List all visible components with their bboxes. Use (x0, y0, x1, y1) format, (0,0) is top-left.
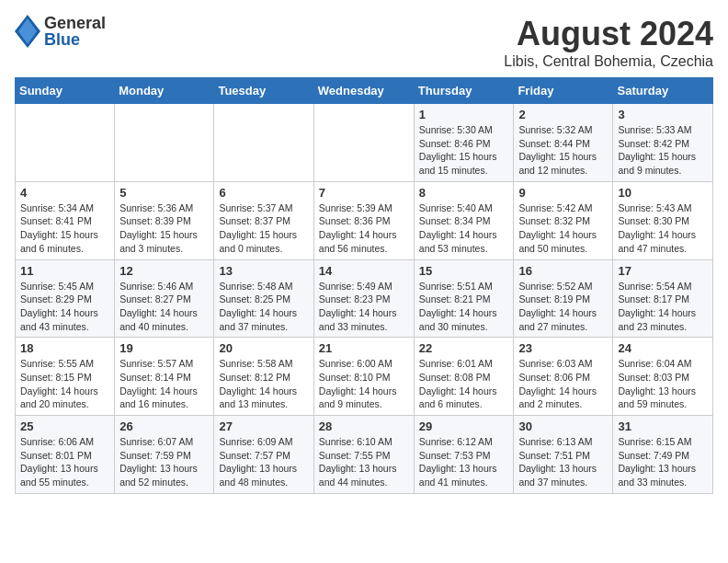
calendar-cell: 5Sunrise: 5:36 AM Sunset: 8:39 PM Daylig… (115, 181, 214, 259)
day-number: 10 (618, 186, 708, 200)
day-info: Sunrise: 5:52 AM Sunset: 8:19 PM Dayligh… (518, 280, 608, 334)
title-section: August 2024 Libis, Central Bohemia, Czec… (504, 15, 713, 70)
day-info: Sunrise: 5:40 AM Sunset: 8:34 PM Dayligh… (419, 201, 509, 256)
calendar-cell: 10Sunrise: 5:43 AM Sunset: 8:30 PM Dayli… (613, 181, 713, 259)
calendar-cell: 2Sunrise: 5:32 AM Sunset: 8:44 PM Daylig… (514, 104, 613, 182)
calendar-cell: 8Sunrise: 5:40 AM Sunset: 8:34 PM Daylig… (414, 181, 514, 259)
calendar-cell (313, 104, 414, 182)
calendar-cell: 14Sunrise: 5:49 AM Sunset: 8:23 PM Dayli… (313, 259, 414, 338)
day-number: 31 (618, 419, 708, 433)
calendar-cell: 3Sunrise: 5:33 AM Sunset: 8:42 PM Daylig… (613, 104, 713, 182)
calendar-cell: 20Sunrise: 5:58 AM Sunset: 8:12 PM Dayli… (214, 338, 313, 416)
day-number: 29 (419, 419, 509, 433)
day-number: 20 (219, 341, 308, 355)
calendar-cell: 24Sunrise: 6:04 AM Sunset: 8:03 PM Dayli… (613, 338, 713, 416)
calendar-week-1: 1Sunrise: 5:30 AM Sunset: 8:46 PM Daylig… (16, 104, 713, 182)
month-year: August 2024 (504, 15, 713, 53)
day-number: 8 (419, 186, 509, 200)
weekday-row: SundayMondayTuesdayWednesdayThursdayFrid… (16, 78, 713, 104)
calendar-cell: 25Sunrise: 6:06 AM Sunset: 8:01 PM Dayli… (16, 416, 115, 494)
day-info: Sunrise: 5:51 AM Sunset: 8:21 PM Dayligh… (419, 280, 509, 334)
logo: General Blue (15, 15, 106, 48)
day-info: Sunrise: 6:00 AM Sunset: 8:10 PM Dayligh… (319, 357, 409, 411)
day-number: 23 (518, 341, 608, 355)
calendar-cell: 6Sunrise: 5:37 AM Sunset: 8:37 PM Daylig… (214, 181, 313, 259)
day-number: 4 (20, 186, 109, 200)
logo-text: General Blue (44, 15, 106, 48)
calendar-cell: 9Sunrise: 5:42 AM Sunset: 8:32 PM Daylig… (514, 181, 613, 259)
calendar-cell (16, 104, 115, 182)
calendar-week-4: 18Sunrise: 5:55 AM Sunset: 8:15 PM Dayli… (16, 338, 713, 416)
calendar-cell: 22Sunrise: 6:01 AM Sunset: 8:08 PM Dayli… (414, 338, 514, 416)
day-info: Sunrise: 5:32 AM Sunset: 8:44 PM Dayligh… (518, 123, 608, 178)
calendar-week-3: 11Sunrise: 5:45 AM Sunset: 8:29 PM Dayli… (16, 259, 713, 338)
calendar-cell: 23Sunrise: 6:03 AM Sunset: 8:06 PM Dayli… (514, 338, 613, 416)
day-info: Sunrise: 5:46 AM Sunset: 8:27 PM Dayligh… (119, 280, 209, 334)
weekday-header-saturday: Saturday (613, 78, 713, 104)
day-number: 9 (518, 186, 608, 200)
day-number: 14 (319, 264, 409, 278)
calendar-cell: 27Sunrise: 6:09 AM Sunset: 7:57 PM Dayli… (214, 416, 313, 494)
generalblue-logo-icon (15, 15, 40, 48)
calendar-cell: 11Sunrise: 5:45 AM Sunset: 8:29 PM Dayli… (16, 259, 115, 338)
day-info: Sunrise: 5:55 AM Sunset: 8:15 PM Dayligh… (20, 357, 109, 411)
day-info: Sunrise: 5:36 AM Sunset: 8:39 PM Dayligh… (119, 201, 209, 256)
day-info: Sunrise: 6:03 AM Sunset: 8:06 PM Dayligh… (518, 357, 608, 411)
logo-general: General (44, 15, 106, 31)
day-info: Sunrise: 5:33 AM Sunset: 8:42 PM Dayligh… (618, 123, 708, 178)
day-info: Sunrise: 6:01 AM Sunset: 8:08 PM Dayligh… (419, 357, 509, 411)
calendar-cell: 18Sunrise: 5:55 AM Sunset: 8:15 PM Dayli… (16, 338, 115, 416)
day-info: Sunrise: 6:10 AM Sunset: 7:55 PM Dayligh… (319, 435, 409, 489)
day-info: Sunrise: 5:49 AM Sunset: 8:23 PM Dayligh… (319, 280, 409, 334)
svg-marker-1 (18, 18, 37, 44)
day-info: Sunrise: 5:42 AM Sunset: 8:32 PM Dayligh… (518, 201, 608, 256)
calendar-cell: 30Sunrise: 6:13 AM Sunset: 7:51 PM Dayli… (514, 416, 613, 494)
calendar-week-5: 25Sunrise: 6:06 AM Sunset: 8:01 PM Dayli… (16, 416, 713, 494)
day-number: 27 (219, 419, 308, 433)
day-number: 28 (319, 419, 409, 433)
calendar-cell: 1Sunrise: 5:30 AM Sunset: 8:46 PM Daylig… (414, 104, 514, 182)
day-info: Sunrise: 5:43 AM Sunset: 8:30 PM Dayligh… (618, 201, 708, 256)
day-number: 30 (518, 419, 608, 433)
calendar-cell: 13Sunrise: 5:48 AM Sunset: 8:25 PM Dayli… (214, 259, 313, 338)
day-info: Sunrise: 5:58 AM Sunset: 8:12 PM Dayligh… (219, 357, 308, 411)
day-number: 25 (20, 419, 109, 433)
logo-blue: Blue (44, 31, 106, 48)
day-number: 1 (419, 108, 509, 121)
calendar-cell: 26Sunrise: 6:07 AM Sunset: 7:59 PM Dayli… (115, 416, 214, 494)
day-info: Sunrise: 6:04 AM Sunset: 8:03 PM Dayligh… (618, 357, 708, 411)
day-number: 22 (419, 341, 509, 355)
day-number: 24 (618, 341, 708, 355)
weekday-header-friday: Friday (514, 78, 613, 104)
header: General Blue August 2024 Libis, Central … (15, 15, 713, 70)
day-number: 3 (618, 108, 708, 121)
weekday-header-sunday: Sunday (16, 78, 115, 104)
day-info: Sunrise: 6:12 AM Sunset: 7:53 PM Dayligh… (419, 435, 509, 489)
day-number: 26 (119, 419, 209, 433)
day-info: Sunrise: 6:15 AM Sunset: 7:49 PM Dayligh… (618, 435, 708, 489)
day-number: 19 (119, 341, 209, 355)
day-info: Sunrise: 5:54 AM Sunset: 8:17 PM Dayligh… (618, 280, 708, 334)
day-info: Sunrise: 5:34 AM Sunset: 8:41 PM Dayligh… (20, 201, 109, 256)
day-number: 12 (119, 264, 209, 278)
calendar-cell (214, 104, 313, 182)
calendar-cell: 19Sunrise: 5:57 AM Sunset: 8:14 PM Dayli… (115, 338, 214, 416)
day-number: 6 (219, 186, 308, 200)
calendar-body: 1Sunrise: 5:30 AM Sunset: 8:46 PM Daylig… (16, 104, 713, 494)
day-number: 17 (618, 264, 708, 278)
day-number: 5 (119, 186, 209, 200)
weekday-header-thursday: Thursday (414, 78, 514, 104)
calendar-header: SundayMondayTuesdayWednesdayThursdayFrid… (16, 78, 713, 104)
calendar: SundayMondayTuesdayWednesdayThursdayFrid… (15, 77, 713, 494)
location: Libis, Central Bohemia, Czechia (504, 53, 713, 70)
day-info: Sunrise: 5:39 AM Sunset: 8:36 PM Dayligh… (319, 201, 409, 256)
day-info: Sunrise: 6:07 AM Sunset: 7:59 PM Dayligh… (119, 435, 209, 489)
day-number: 16 (518, 264, 608, 278)
day-number: 21 (319, 341, 409, 355)
day-info: Sunrise: 5:57 AM Sunset: 8:14 PM Dayligh… (119, 357, 209, 411)
calendar-cell: 12Sunrise: 5:46 AM Sunset: 8:27 PM Dayli… (115, 259, 214, 338)
calendar-week-2: 4Sunrise: 5:34 AM Sunset: 8:41 PM Daylig… (16, 181, 713, 259)
day-info: Sunrise: 5:45 AM Sunset: 8:29 PM Dayligh… (20, 280, 109, 334)
calendar-cell: 29Sunrise: 6:12 AM Sunset: 7:53 PM Dayli… (414, 416, 514, 494)
day-number: 11 (20, 264, 109, 278)
